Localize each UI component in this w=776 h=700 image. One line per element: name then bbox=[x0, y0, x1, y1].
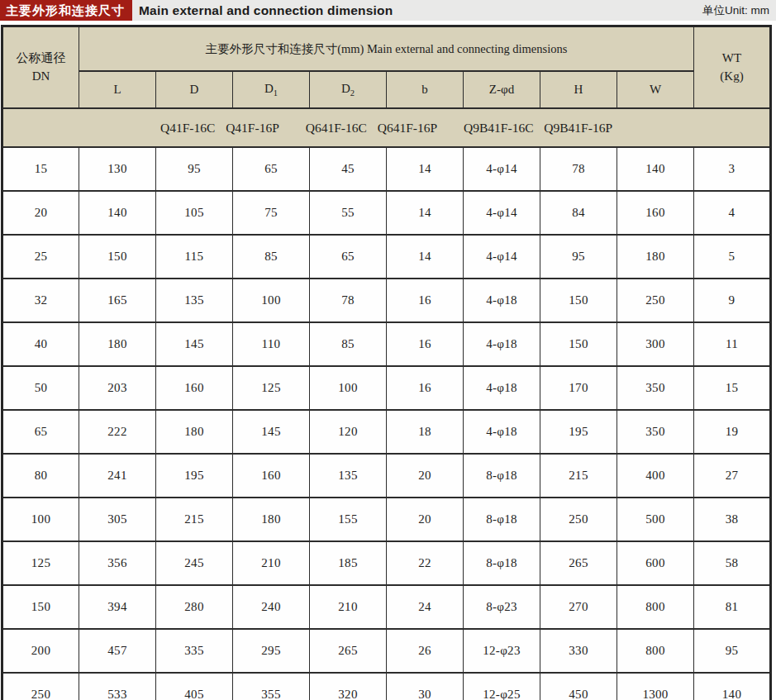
table-cell: 250 bbox=[540, 498, 617, 541]
table-cell: 600 bbox=[617, 541, 694, 585]
col-header-h: H bbox=[540, 71, 617, 108]
table-row: 2505334053553203012-φ254501300140 bbox=[2, 673, 771, 700]
table-row: 201401057555144-φ14841604 bbox=[2, 191, 771, 235]
table-row: 100305215180155208-φ1825050038 bbox=[2, 498, 771, 541]
table-cell: 195 bbox=[156, 454, 233, 498]
table-cell: 500 bbox=[617, 498, 694, 541]
table-cell: 85 bbox=[310, 322, 387, 366]
table-cell: 75 bbox=[233, 191, 310, 235]
cell-dn: 250 bbox=[2, 673, 79, 700]
model-group: Q41F-16C Q41F-16P bbox=[160, 121, 279, 135]
table-cell: 241 bbox=[79, 454, 156, 498]
table-cell: 330 bbox=[540, 629, 617, 673]
table-cell: 8-φ23 bbox=[464, 585, 540, 629]
table-cell: 8-φ18 bbox=[464, 541, 540, 585]
table-row: 2004573352952652612-φ2333080095 bbox=[2, 629, 771, 673]
table-cell: 355 bbox=[233, 673, 310, 700]
table-cell: 130 bbox=[79, 147, 156, 191]
table-cell: 150 bbox=[79, 235, 156, 279]
col-header-dn: 公称通径 DN bbox=[2, 26, 79, 109]
table-cell: 110 bbox=[233, 322, 310, 366]
table-cell: 16 bbox=[387, 322, 464, 366]
table-cell: 165 bbox=[79, 279, 156, 322]
table-cell: 16 bbox=[387, 366, 464, 410]
table-cell: 38 bbox=[694, 498, 771, 541]
table-cell: 350 bbox=[617, 366, 694, 410]
table-cell: 160 bbox=[156, 366, 233, 410]
table-cell: 8-φ18 bbox=[464, 498, 540, 541]
table-cell: 180 bbox=[79, 322, 156, 366]
table-cell: 4-φ14 bbox=[464, 235, 540, 279]
table-cell: 55 bbox=[310, 191, 387, 235]
table-cell: 20 bbox=[387, 454, 464, 498]
table-cell: 4-φ14 bbox=[464, 191, 540, 235]
table-cell: 295 bbox=[233, 629, 310, 673]
table-cell: 14 bbox=[387, 235, 464, 279]
table-cell: 356 bbox=[79, 541, 156, 585]
table-cell: 4-φ18 bbox=[464, 410, 540, 454]
table-header-row-sub: LDD1D2bZ-φdHW bbox=[2, 71, 771, 108]
table-cell: 135 bbox=[156, 279, 233, 322]
table-cell: 8-φ18 bbox=[464, 454, 540, 498]
table-cell: 335 bbox=[156, 629, 233, 673]
unit-label: 单位Unit: mm bbox=[702, 3, 776, 18]
table-cell: 150 bbox=[540, 279, 617, 322]
table-cell: 150 bbox=[540, 322, 617, 366]
header-en-title: Main external and connection dimension bbox=[139, 3, 393, 18]
table-cell: 120 bbox=[310, 410, 387, 454]
table-row: 125356245210185228-φ1826560058 bbox=[2, 541, 771, 585]
table-cell: 26 bbox=[387, 629, 464, 673]
table-cell: 180 bbox=[617, 235, 694, 279]
dimension-table: 公称通径 DN 主要外形尺寸和连接尺寸(mm) Main external an… bbox=[1, 25, 772, 700]
table-cell: 160 bbox=[233, 454, 310, 498]
table-cell: 100 bbox=[233, 279, 310, 322]
table-cell: 533 bbox=[79, 673, 156, 700]
table-cell: 95 bbox=[540, 235, 617, 279]
table-cell: 210 bbox=[233, 541, 310, 585]
col-header-d1: D1 bbox=[233, 71, 310, 108]
table-cell: 15 bbox=[694, 366, 771, 410]
table-cell: 27 bbox=[694, 454, 771, 498]
table-cell: 4-φ18 bbox=[464, 322, 540, 366]
cell-dn: 80 bbox=[2, 454, 79, 498]
cell-dn: 25 bbox=[2, 235, 79, 279]
table-row: 251501158565144-φ14951805 bbox=[2, 235, 771, 279]
table-header-row-top: 公称通径 DN 主要外形尺寸和连接尺寸(mm) Main external an… bbox=[2, 26, 771, 72]
table-cell: 65 bbox=[310, 235, 387, 279]
table-row: 4018014511085164-φ1815030011 bbox=[2, 322, 771, 366]
table-cell: 14 bbox=[387, 191, 464, 235]
table-cell: 125 bbox=[233, 366, 310, 410]
table-cell: 100 bbox=[310, 366, 387, 410]
col-header-wt: WT (Kg) bbox=[694, 26, 771, 109]
table-cell: 95 bbox=[694, 629, 771, 673]
table-cell: 19 bbox=[694, 410, 771, 454]
table-cell: 180 bbox=[156, 410, 233, 454]
table-cell: 105 bbox=[156, 191, 233, 235]
table-cell: 222 bbox=[79, 410, 156, 454]
col-header-d2: D2 bbox=[310, 71, 387, 108]
table-cell: 215 bbox=[156, 498, 233, 541]
col-header-d: D bbox=[156, 71, 233, 108]
table-cell: 9 bbox=[694, 279, 771, 322]
col-header-z-φd: Z-φd bbox=[464, 71, 540, 108]
table-cell: 4-φ14 bbox=[464, 147, 540, 191]
model-group: Q9B41F-16C Q9B41F-16P bbox=[464, 121, 612, 135]
table-cell: 145 bbox=[233, 410, 310, 454]
table-cell: 58 bbox=[694, 541, 771, 585]
cell-dn: 32 bbox=[2, 279, 79, 322]
col-header-l: L bbox=[79, 71, 156, 108]
table-cell: 95 bbox=[156, 147, 233, 191]
table-cell: 115 bbox=[156, 235, 233, 279]
page-header-bar: 主要外形和连接尺寸 Main external and connection d… bbox=[0, 0, 776, 21]
table-cell: 215 bbox=[540, 454, 617, 498]
table-cell: 350 bbox=[617, 410, 694, 454]
table-row: 15130956545144-φ14781403 bbox=[2, 147, 771, 191]
table-cell: 405 bbox=[156, 673, 233, 700]
col-header-w: W bbox=[617, 71, 694, 108]
table-cell: 245 bbox=[156, 541, 233, 585]
table-cell: 800 bbox=[617, 629, 694, 673]
header-cn-title-badge: 主要外形和连接尺寸 bbox=[0, 0, 132, 21]
table-cell: 3 bbox=[694, 147, 771, 191]
col-header-b: b bbox=[387, 71, 464, 108]
table-cell: 800 bbox=[617, 585, 694, 629]
